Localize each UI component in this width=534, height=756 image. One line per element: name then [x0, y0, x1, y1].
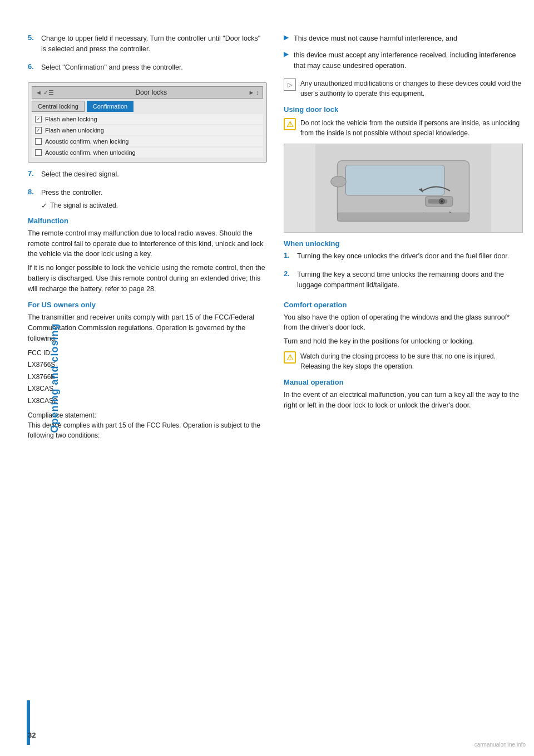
right-column: ▶ This device must not cause harmful int…: [284, 33, 523, 444]
watermark: carmanualonline.info: [474, 742, 526, 748]
compliance-heading: Compliance statement: This device compli…: [28, 410, 267, 440]
step-6-text: Select "Confirmation" and press the cont…: [41, 62, 267, 73]
ui-tab-central[interactable]: Central locking: [32, 101, 85, 112]
ui-tab-confirmation[interactable]: Confirmation: [87, 101, 134, 112]
step-7-text: Select the desired signal.: [41, 169, 267, 180]
ui-item-acoustic-lock-label: Acoustic confirm. when locking: [45, 138, 128, 145]
note-icon: ▷: [284, 78, 296, 91]
unlock-step-2-text: Turning the key a second time unlocks th…: [297, 269, 523, 291]
fcc-ids: FCC ID:LX8766SLX8766ELX8CASLX8CAS2: [28, 347, 267, 408]
step-6: 6. Select "Confirmation" and press the c…: [28, 62, 267, 76]
step-5-text: Change to upper field if necessary. Turn…: [41, 33, 267, 55]
ui-title: Door locks: [135, 89, 167, 96]
bullet-1: ▶ This device must not cause harmful int…: [284, 33, 523, 47]
bullet-arrow-2: ▶: [284, 50, 290, 75]
ui-screenshot: ◄ ✓☰ Door locks ► ↕ Central locking Conf…: [28, 82, 267, 163]
svg-rect-10: [338, 213, 469, 222]
step-8-sub: ✓ The signal is activated.: [41, 202, 267, 210]
left-column: 5. Change to upper field if necessary. T…: [28, 33, 267, 444]
door-lock-warning-text: Do not lock the vehicle from the outside…: [300, 118, 523, 138]
step-5: 5. Change to upper field if necessary. T…: [28, 33, 267, 58]
comfort-warning-text: Watch during the closing process to be s…: [300, 351, 523, 371]
step-8-sub-text: The signal is activated.: [50, 202, 118, 209]
unlock-step-1-num: 1.: [284, 251, 293, 265]
note-box: ▷ Any unauthorized modifications or chan…: [284, 78, 523, 99]
svg-rect-2: [345, 165, 444, 195]
ui-arrow-right: ► ↕: [249, 89, 259, 96]
comfort-para2: Turn and hold the key in the positions f…: [284, 336, 523, 347]
ui-checkbox-acoustic-lock: [35, 138, 42, 145]
step-5-number: 5.: [28, 33, 37, 58]
comfort-para1: You also have the option of operating th…: [284, 312, 523, 333]
ui-arrow-left: ◄ ✓☰: [36, 89, 54, 96]
ui-checkbox-acoustic-unlock: [35, 149, 42, 156]
for-us-para1: The transmitter and receiver units compl…: [28, 312, 267, 343]
ui-item-flash-lock-label: Flash when locking: [45, 116, 97, 122]
step-7: 7. Select the desired signal.: [28, 169, 267, 183]
malfunction-para2: If it is no longer possible to lock the …: [28, 263, 267, 294]
ui-checkbox-flash-lock: ✓: [35, 116, 42, 122]
warning-icon-2: ⚠: [284, 351, 296, 364]
door-lock-warning: ⚠ Do not lock the vehicle from the outsi…: [284, 118, 523, 138]
svg-point-6: [441, 200, 443, 203]
ui-tabs: Central locking Confirmation: [32, 101, 263, 112]
unlock-step-2: 2. Turning the key a second time unlocks…: [284, 269, 523, 294]
malfunction-para1: The remote control may malfunction due t…: [28, 228, 267, 259]
ui-item-acoustic-lock: Acoustic confirm. when locking: [32, 136, 263, 146]
bullet-1-text: This device must not cause harmful inter…: [294, 33, 457, 44]
ui-item-flash-unlock-label: Flash when unlocking: [45, 127, 104, 134]
unlock-step-2-num: 2.: [284, 269, 293, 294]
unlock-step-1: 1. Turning the key once unlocks the driv…: [284, 251, 523, 265]
step-8: 8. Press the controller. ✓ The signal is…: [28, 188, 267, 210]
using-door-lock-heading: Using door lock: [284, 105, 523, 114]
ui-item-flash-unlock: ✓ Flash when unlocking: [32, 125, 263, 135]
when-unlocking-heading: When unlocking: [284, 239, 523, 248]
step-8-text: Press the controller.: [41, 188, 267, 198]
svg-point-9: [331, 176, 347, 188]
step-8-content: Press the controller. ✓ The signal is ac…: [41, 188, 267, 210]
ui-item-flash-lock: ✓ Flash when locking: [32, 114, 263, 124]
comfort-warning: ⚠ Watch during the closing process to be…: [284, 351, 523, 371]
warning-icon-1: ⚠: [284, 118, 296, 130]
compliance-text: This device complies with part 15 of the…: [28, 421, 260, 439]
ui-item-acoustic-unlock-label: Acoustic confirm. when unlocking: [45, 149, 136, 156]
step-6-number: 6.: [28, 62, 37, 76]
step-7-number: 7.: [28, 169, 37, 183]
malfunction-heading: Malfunction: [28, 217, 267, 225]
comfort-operation-heading: Comfort operation: [284, 301, 523, 309]
page-number: 32: [28, 731, 36, 739]
note-text: Any unauthorized modifications or change…: [300, 78, 523, 99]
car-door-image: [284, 144, 523, 233]
manual-operation-heading: Manual operation: [284, 378, 523, 386]
ui-item-acoustic-unlock: Acoustic confirm. when unlocking: [32, 148, 263, 158]
bullet-2-text: this device must accept any interference…: [294, 50, 523, 71]
step-8-number: 8.: [28, 188, 37, 210]
unlock-step-1-text: Turning the key once unlocks the driver'…: [297, 251, 523, 262]
for-us-heading: For US owners only: [28, 301, 267, 309]
bullet-2: ▶ this device must accept any interferen…: [284, 50, 523, 75]
bullet-arrow-1: ▶: [284, 33, 290, 47]
ui-checkbox-flash-unlock: ✓: [35, 127, 42, 134]
manual-operation-text: In the event of an electrical malfunctio…: [284, 390, 523, 411]
sidebar-chapter-label: Opening and closing: [49, 323, 61, 433]
